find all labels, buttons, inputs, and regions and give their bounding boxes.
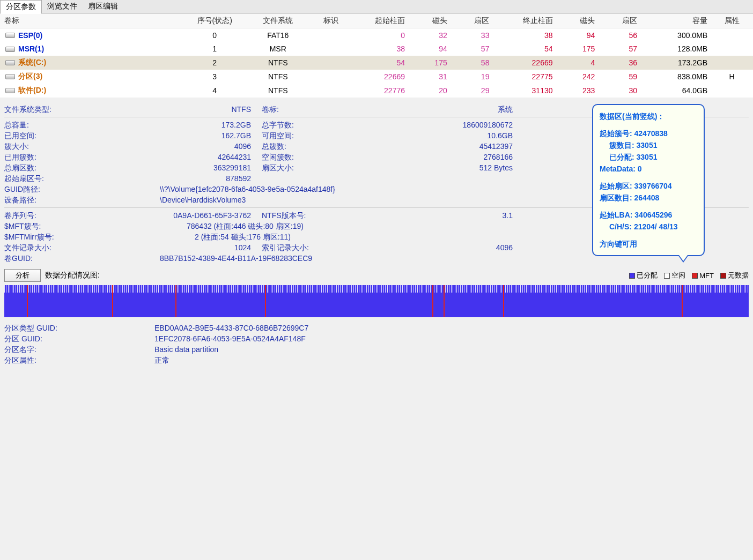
label-partition-guid: 分区 GUID:: [4, 333, 154, 344]
col-volume-label[interactable]: 卷标: [0, 14, 183, 28]
table-row[interactable]: MSR(1)1MSR3894575417557128.0MB: [0, 42, 753, 55]
tooltip-cluster-count: 簇数目: 33051: [600, 139, 697, 151]
tooltip-start-cluster: 起始簇号: 42470838: [600, 128, 697, 139]
cell-start-head: 32: [408, 28, 451, 42]
col-attr[interactable]: 属性: [711, 14, 753, 28]
cursor-info-tooltip: 数据区(当前竖线)： 起始簇号: 42470838 簇数目: 33051 已分配…: [592, 104, 705, 256]
value-guid-path: \\?\Volume{1efc2078-6fa6-4053-9e5a-0524a…: [160, 184, 335, 195]
cell-start-sector: 19: [451, 70, 493, 84]
tooltip-title: 数据区(当前竖线)：: [600, 110, 697, 122]
cell-end-sector: 57: [598, 42, 640, 55]
table-row[interactable]: 分区(3)3NTFS2266931192277524259838.0MBH: [0, 70, 753, 84]
label-volume-serial: 卷序列号:: [4, 210, 133, 221]
tab-bar: 分区参数 浏览文件 扇区编辑: [0, 0, 753, 14]
value-partition-type-guid: EBD0A0A2-B9E5-4433-87C0-68B6B72699C7: [154, 323, 308, 333]
cell-start-cyl: 22669: [352, 70, 408, 84]
tab-sector-edit[interactable]: 扇区编辑: [83, 0, 123, 13]
disk-icon: [5, 60, 15, 65]
value-device-path: \Device\HarddiskVolume3: [160, 195, 246, 205]
cell-seq: 4: [183, 84, 246, 98]
label-start-sector-no: 起始扇区号:: [4, 173, 133, 184]
volume-name: MSR(1): [18, 45, 44, 54]
col-filesystem[interactable]: 文件系统: [246, 14, 309, 28]
cell-flag: [309, 70, 352, 84]
cell-attr: [711, 42, 753, 55]
col-start-cyl[interactable]: 起始柱面: [352, 14, 408, 28]
analyze-button[interactable]: 分析: [4, 269, 41, 282]
cell-capacity: 128.0MB: [640, 42, 711, 55]
label-used-space: 已用空间:: [4, 130, 133, 141]
col-end-sector[interactable]: 扇区: [598, 14, 640, 28]
cell-fs: MSR: [246, 42, 309, 55]
tab-partition-params[interactable]: 分区参数: [0, 0, 42, 14]
tooltip-start-lba: 起始LBA: 340645296: [600, 209, 697, 221]
cell-seq: 0: [183, 28, 246, 42]
volume-name: 软件(D:): [18, 86, 46, 94]
cell-fs: NTFS: [246, 56, 309, 70]
cell-start-head: 94: [408, 42, 451, 55]
col-start-sector[interactable]: 扇区: [451, 14, 493, 28]
label-total-bytes: 总字节数:: [262, 120, 390, 130]
legend: 已分配 空闲 MFT 元数据: [629, 271, 749, 280]
col-flag[interactable]: 标识: [309, 14, 352, 28]
value-cluster-size: 4096: [133, 141, 262, 152]
mft-marker: [503, 285, 504, 317]
col-seq-state[interactable]: 序号(状态): [183, 14, 246, 28]
tab-browse-files[interactable]: 浏览文件: [42, 0, 83, 13]
cell-end-head: 4: [556, 56, 599, 70]
cell-start-sector: 58: [451, 56, 493, 70]
cell-end-sector: 56: [598, 28, 640, 42]
cell-end-sector: 30: [598, 84, 640, 98]
mft-marker: [682, 285, 683, 317]
cell-start-head: 175: [408, 56, 451, 70]
legend-metadata: 元数据: [720, 271, 749, 280]
cell-start-cyl: 38: [352, 42, 408, 55]
table-row[interactable]: 软件(D:)4NTFS227762029311302333064.0GB: [0, 84, 753, 98]
col-end-head[interactable]: 磁头: [556, 14, 599, 28]
label-mft-cluster: $MFT簇号:: [4, 221, 133, 232]
tooltip-allocated: 已分配: 33051: [600, 151, 697, 163]
table-row[interactable]: 系统(C:)2NTFS541755822669436173.2GB: [0, 56, 753, 70]
cell-flag: [309, 28, 352, 42]
value-mft-cluster: 786432 (柱面:446 磁头:80 扇区:19): [187, 221, 304, 232]
label-sector-size: 扇区大小:: [262, 162, 390, 173]
partition-table: 卷标 序号(状态) 文件系统 标识 起始柱面 磁头 扇区 终止柱面 磁头 扇区 …: [0, 14, 753, 98]
label-used-clusters: 已用簇数:: [4, 152, 133, 162]
label-vollabel: 卷标:: [262, 104, 390, 115]
cell-end-head: 175: [556, 42, 599, 55]
cell-capacity: 64.0GB: [640, 84, 711, 98]
cell-fs: NTFS: [246, 84, 309, 98]
value-index-record-size: 4096: [390, 242, 519, 253]
cell-start-cyl: 54: [352, 56, 408, 70]
cell-end-cyl: 31130: [492, 84, 556, 98]
tooltip-metadata: MetaData: 0: [600, 163, 697, 175]
tooltip-arrow-hint: 方向键可用: [600, 238, 697, 250]
table-row[interactable]: ESP(0)0FAT1603233389456300.0MB: [0, 28, 753, 42]
value-free-clusters: 2768166: [390, 152, 519, 162]
tooltip-start-sector: 起始扇区: 339766704: [600, 180, 697, 192]
label-guid-path: GUID路径:: [4, 184, 133, 195]
value-volume-serial: 0A9A-D661-65F3-3762: [133, 210, 262, 221]
cell-attr: H: [711, 70, 753, 84]
col-end-cyl[interactable]: 终止柱面: [492, 14, 556, 28]
value-volume-guid: 8BB7B152-4389-4E44-B11A-19F68283CEC9: [160, 253, 312, 264]
value-vollabel: 系统: [390, 104, 519, 115]
label-fstype: 文件系统类型:: [4, 104, 133, 115]
mft-marker: [444, 285, 445, 317]
cell-end-sector: 36: [598, 56, 640, 70]
label-partition-name: 分区名字:: [4, 344, 154, 355]
label-file-record-size: 文件记录大小:: [4, 242, 133, 253]
col-capacity[interactable]: 容量: [640, 14, 711, 28]
cell-end-head: 233: [556, 84, 599, 98]
volume-name: 系统(C:): [18, 58, 46, 66]
allocation-graph[interactable]: [4, 285, 749, 317]
cell-attr: [711, 56, 753, 70]
legend-allocated: 已分配: [629, 271, 658, 280]
value-used-clusters: 42644231: [133, 152, 262, 162]
cell-flag: [309, 84, 352, 98]
value-total-clusters: 45412397: [390, 141, 519, 152]
value-mftmirr-cluster: 2 (柱面:54 磁头:176 扇区:11): [195, 232, 291, 242]
tooltip-chs: C/H/S: 21204/ 48/13: [600, 221, 697, 233]
col-start-head[interactable]: 磁头: [408, 14, 451, 28]
cell-start-cyl: 22776: [352, 84, 408, 98]
